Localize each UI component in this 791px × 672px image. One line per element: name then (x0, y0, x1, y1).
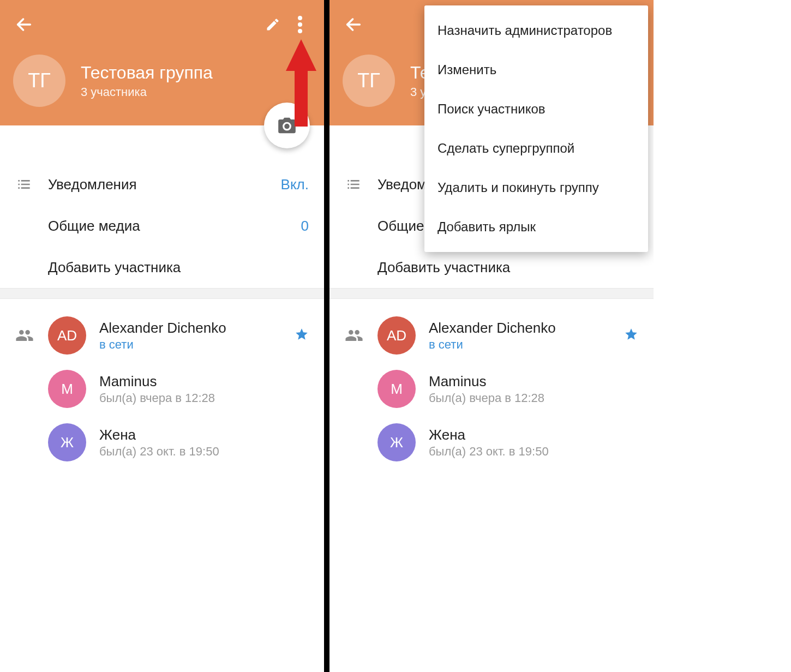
arrow-back-icon (15, 15, 33, 34)
more-vert-icon (298, 16, 302, 33)
member-name: Alexander Dichenko (429, 320, 624, 337)
menu-item[interactable]: Удалить и покинуть группу (424, 168, 648, 207)
member-info: Alexander Dichenkoв сети (99, 320, 295, 352)
member-name: Maminus (429, 373, 638, 390)
camera-icon (277, 115, 297, 136)
member-avatar: Ж (377, 423, 416, 461)
menu-item[interactable]: Поиск участников (424, 89, 648, 129)
member-row[interactable]: МMaminusбыл(а) вчера в 12:28 (0, 362, 324, 416)
member-row[interactable]: ADAlexander Dichenkoв сети (0, 309, 324, 362)
member-status: был(а) 23 окт. в 19:50 (429, 445, 638, 459)
member-status: был(а) вчера в 12:28 (429, 391, 638, 405)
member-name: Жена (429, 427, 638, 443)
menu-item[interactable]: Изменить (424, 50, 648, 89)
member-avatar: Ж (48, 423, 86, 461)
member-status: в сети (99, 338, 295, 352)
group-subtitle: 3 участника (81, 85, 213, 99)
member-avatar: AD (377, 316, 416, 355)
group-header-text: Тестовая группа 3 участника (81, 63, 213, 99)
member-info: Женабыл(а) 23 окт. в 19:50 (429, 427, 638, 459)
member-info: Женабыл(а) 23 окт. в 19:50 (99, 427, 309, 459)
header: ТГ Тестовая группа 3 участника (0, 0, 324, 125)
group-title: Тестовая группа (81, 63, 213, 83)
member-name: Alexander Dichenko (99, 320, 295, 337)
member-row[interactable]: ADAlexander Dichenkoв сети (329, 309, 654, 362)
members-section: ADAlexander Dichenkoв сетиМMaminusбыл(а)… (0, 299, 324, 469)
screen-group-info-menu-open: ТГ Тестовая группа 3 участника Уведомлен… (329, 0, 654, 550)
list-icon (15, 176, 48, 193)
notifications-label: Уведомления (48, 176, 281, 193)
member-avatar: AD (48, 316, 86, 355)
member-name: Жена (99, 427, 309, 443)
list-icon (345, 176, 377, 193)
content: Уведомления Вкл. Общие медиа 0 Добавить … (0, 125, 324, 288)
svg-point-2 (298, 22, 302, 27)
member-info: Maminusбыл(а) вчера в 12:28 (429, 373, 638, 405)
section-divider (0, 288, 324, 299)
member-status: был(а) вчера в 12:28 (99, 391, 309, 405)
toolbar (13, 11, 311, 38)
members-icon (345, 326, 377, 345)
row-add-member[interactable]: Добавить участника (0, 247, 324, 288)
shared-media-value: 0 (301, 218, 309, 235)
menu-item[interactable]: Назначить администраторов (424, 11, 648, 50)
star-icon (295, 327, 309, 344)
svg-point-3 (298, 29, 302, 33)
back-button[interactable] (343, 14, 364, 35)
member-row[interactable]: ЖЖенабыл(а) 23 окт. в 19:50 (0, 416, 324, 469)
screen-group-info: ТГ Тестовая группа 3 участника Уведомлен… (0, 0, 324, 550)
notifications-value: Вкл. (281, 176, 309, 193)
member-row[interactable]: ЖЖенабыл(а) 23 окт. в 19:50 (329, 416, 654, 469)
member-status: был(а) 23 окт. в 19:50 (99, 445, 309, 459)
row-shared-media[interactable]: Общие медиа 0 (0, 205, 324, 247)
menu-item[interactable]: Сделать супергруппой (424, 129, 648, 168)
add-member-label: Добавить участника (377, 259, 638, 276)
member-name: Maminus (99, 373, 309, 390)
member-avatar: М (377, 370, 416, 408)
add-member-label: Добавить участника (48, 259, 309, 276)
group-avatar-initials: ТГ (357, 69, 380, 92)
arrow-back-icon (344, 15, 363, 34)
back-button[interactable] (13, 14, 35, 35)
menu-item[interactable]: Добавить ярлык (424, 207, 648, 247)
svg-point-1 (298, 16, 302, 20)
members-section: ADAlexander Dichenkoв сетиМMaminusбыл(а)… (329, 299, 654, 469)
pencil-icon (265, 17, 280, 32)
page-padding (654, 0, 791, 672)
overflow-menu: Назначить администраторовИзменитьПоиск у… (424, 5, 648, 252)
camera-fab[interactable] (264, 103, 310, 148)
member-avatar: М (48, 370, 86, 408)
row-add-member[interactable]: Добавить участника (329, 247, 654, 288)
group-avatar-initials: ТГ (28, 69, 50, 92)
more-menu-button[interactable] (289, 14, 311, 35)
edit-button[interactable] (262, 14, 284, 35)
screenshot-divider (324, 0, 329, 672)
star-icon (624, 327, 638, 344)
shared-media-label: Общие медиа (48, 218, 301, 235)
member-info: Alexander Dichenkoв сети (429, 320, 624, 352)
members-icon (15, 326, 48, 345)
member-row[interactable]: МMaminusбыл(а) вчера в 12:28 (329, 362, 654, 416)
member-status: в сети (429, 338, 624, 352)
group-avatar[interactable]: ТГ (343, 55, 395, 107)
row-notifications[interactable]: Уведомления Вкл. (0, 164, 324, 205)
group-avatar[interactable]: ТГ (13, 55, 65, 107)
group-header-row: ТГ Тестовая группа 3 участника (13, 55, 311, 107)
section-divider (329, 288, 654, 299)
member-info: Maminusбыл(а) вчера в 12:28 (99, 373, 309, 405)
